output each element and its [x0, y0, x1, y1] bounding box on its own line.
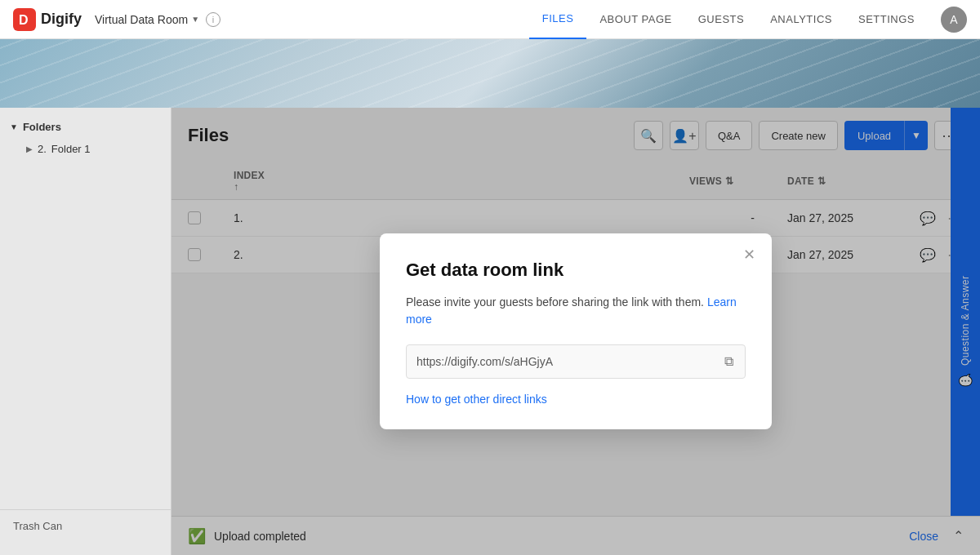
- room-name: Virtual Data Room: [95, 13, 188, 26]
- modal-close-button[interactable]: ✕: [739, 245, 759, 264]
- hero-banner: [0, 39, 980, 108]
- sidebar-trash[interactable]: Trash Can: [0, 509, 171, 542]
- content-area: Files 🔍 👤+ Q&A Create new Upload ▼ ⋯: [172, 108, 980, 555]
- link-input[interactable]: [407, 347, 712, 376]
- copy-link-button[interactable]: ⧉: [712, 345, 745, 378]
- svg-text:D: D: [19, 13, 29, 27]
- logo-text: Digify: [41, 11, 82, 28]
- logo[interactable]: D Digify: [13, 8, 82, 31]
- info-icon[interactable]: i: [206, 12, 220, 27]
- direct-links-link[interactable]: How to get other direct links: [406, 393, 547, 406]
- nav-guests[interactable]: GUESTS: [685, 0, 757, 39]
- digify-logo-icon: D: [13, 8, 36, 31]
- sidebar-folder-1[interactable]: ▶ 2. Folder 1: [10, 140, 161, 158]
- folders-label: Folders: [23, 121, 61, 133]
- link-input-row: ⧉: [406, 344, 746, 379]
- nav-links: FILES ABOUT PAGE GUESTS ANALYTICS SETTIN…: [529, 0, 928, 39]
- hero-lines: [0, 39, 980, 108]
- sidebar: ▼ Folders ▶ 2. Folder 1 Trash Can: [0, 108, 172, 555]
- room-selector[interactable]: Virtual Data Room ▼: [95, 13, 199, 26]
- modal-title: Get data room link: [406, 260, 746, 281]
- copy-icon: ⧉: [724, 354, 733, 369]
- folder-arrow-icon: ▶: [26, 144, 33, 153]
- folders-header[interactable]: ▼ Folders: [10, 121, 161, 133]
- folder-name: Folder 1: [51, 143, 91, 155]
- nav-about[interactable]: ABOUT PAGE: [586, 0, 684, 39]
- folders-arrow-icon: ▼: [10, 122, 18, 131]
- room-chevron-icon: ▼: [191, 15, 199, 24]
- modal-overlay[interactable]: ✕ Get data room link Please invite your …: [172, 108, 980, 555]
- modal-description: Please invite your guests before sharing…: [406, 294, 746, 328]
- nav-settings[interactable]: SETTINGS: [845, 0, 928, 39]
- main-layout: ▼ Folders ▶ 2. Folder 1 Trash Can Files …: [0, 108, 980, 555]
- nav-files[interactable]: FILES: [529, 0, 587, 39]
- modal-get-link: ✕ Get data room link Please invite your …: [380, 233, 772, 429]
- nav-analytics[interactable]: ANALYTICS: [757, 0, 845, 39]
- folder-index: 2.: [38, 143, 47, 155]
- sidebar-folders-section: ▼ Folders ▶ 2. Folder 1: [0, 121, 171, 158]
- top-nav: D Digify Virtual Data Room ▼ i FILES ABO…: [0, 0, 980, 39]
- user-avatar[interactable]: A: [941, 7, 967, 33]
